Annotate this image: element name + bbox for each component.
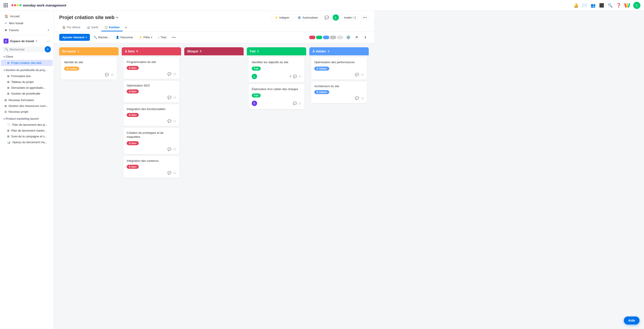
bell-icon[interactable]: 🔔 bbox=[574, 3, 578, 8]
comment-icon[interactable]: 💬 bbox=[168, 72, 171, 76]
new-item-button[interactable]: + bbox=[44, 46, 51, 52]
card-tag-a-valider[interactable]: À Valider bbox=[314, 90, 329, 94]
people-icon[interactable]: 👥 bbox=[591, 3, 596, 8]
tab-gantt[interactable]: 📊 Gantt bbox=[84, 24, 101, 32]
apps-icon[interactable]: ⬛ bbox=[599, 3, 604, 8]
sidebar-item-demandes[interactable]: ⊞ Demandes et approbatio... bbox=[1, 85, 53, 90]
sidebar-search[interactable]: 🔍 bbox=[3, 46, 43, 52]
top-nav: monday work management 🔔 ✉️ 👥 ⬛ 🔍 ❓ L bbox=[0, 0, 644, 11]
card-footer: E 💬 ⊟ bbox=[252, 101, 301, 106]
card-architecture-site: Architecture du site À Valider 💬 ⊟ bbox=[311, 81, 367, 103]
add-tab-button[interactable]: + bbox=[122, 24, 129, 31]
subtask-icon[interactable]: ⊟ bbox=[174, 72, 176, 76]
sidebar-item-suivi-campagne[interactable]: ⊞ Suivi de la campagne et s... bbox=[1, 134, 53, 139]
comment-icon[interactable]: 💬 bbox=[293, 75, 297, 78]
subtask-icon[interactable]: ⊟ bbox=[361, 73, 364, 76]
collapse-icon[interactable]: ⬆ bbox=[362, 34, 369, 41]
gantt-tab-icon: 📊 bbox=[86, 26, 90, 29]
tab-par-defaut[interactable]: 🏠 Par défaut bbox=[59, 24, 84, 32]
comment-icon[interactable]: 💬 bbox=[168, 148, 171, 151]
subtask-icon[interactable]: ⊟ bbox=[174, 171, 176, 174]
add-element-button[interactable]: Ajouter élément ▾ bbox=[59, 34, 90, 41]
more-toolbar-button[interactable] bbox=[170, 36, 177, 39]
settings-icon[interactable]: ⚙️ bbox=[345, 34, 352, 41]
card-tag-fait[interactable]: Fait bbox=[252, 94, 261, 98]
sidebar-item-tableau-projet[interactable]: ⊞ Tableau du projet bbox=[1, 79, 53, 85]
subtask-icon[interactable]: ⊟ bbox=[174, 148, 176, 151]
table-icon: ⊟ bbox=[4, 110, 7, 114]
card-tag-a-faire[interactable]: À faire bbox=[127, 141, 139, 145]
integrate-button[interactable]: ⚡ Intégrer bbox=[272, 14, 292, 21]
sidebar-item-plan-lancement-pr[interactable]: 📄 Plan de lancement des pr... bbox=[1, 122, 53, 128]
comment-icon[interactable]: 💬 bbox=[105, 73, 109, 76]
comment-icon[interactable]: 💬 bbox=[293, 102, 297, 105]
card-footer: 💬 ⊟ bbox=[314, 73, 364, 76]
subtask-icon[interactable]: ⊟ bbox=[298, 75, 301, 78]
comment-icon[interactable]: 💬 bbox=[168, 171, 171, 174]
sidebar-item-formulaire-test[interactable]: ⊞ Formulaire test bbox=[1, 73, 53, 79]
sidebar-item-projet-creation[interactable]: ⊞ Projet création site web bbox=[1, 60, 53, 66]
comment-icon[interactable]: 💬 bbox=[355, 96, 359, 100]
sort-icon: ↕ bbox=[158, 36, 160, 39]
card-tag-a-faire[interactable]: À faire bbox=[127, 90, 139, 94]
workspace-options-icon[interactable]: ⋯ bbox=[46, 39, 50, 43]
app-grid-icon[interactable] bbox=[4, 3, 8, 8]
sidebar-item-gestion-portefeuille[interactable]: ⊞ Gestion de portefeuille bbox=[1, 91, 53, 96]
comment-icon[interactable]: 💬 bbox=[355, 73, 359, 76]
card-tag-a-valider[interactable]: À Valider bbox=[314, 66, 329, 70]
sidebar-item-favoris[interactable]: ★ Favoris ▾ bbox=[1, 27, 53, 34]
subtask-icon[interactable]: ⊟ bbox=[298, 102, 301, 105]
sidebar-item-plan-lancement-ma[interactable]: ⊞ Plan de lancement marke... bbox=[1, 128, 53, 133]
color-filters bbox=[309, 36, 343, 39]
section-product-marketing[interactable]: ▾ Product marketing launch bbox=[0, 116, 54, 122]
comment-icon[interactable]: 💬 bbox=[168, 119, 171, 123]
tab-kanban[interactable]: 📋 Kanban bbox=[101, 24, 123, 32]
help-button[interactable]: Aide bbox=[624, 316, 640, 324]
title-dropdown-icon[interactable]: ▾ bbox=[116, 16, 118, 19]
sidebar-item-mon-travail[interactable]: ✓ Mon travail bbox=[1, 20, 53, 26]
automate-button[interactable]: ⚙️ Automatiser bbox=[294, 14, 321, 21]
comment-icon[interactable]: 💬 bbox=[168, 96, 171, 99]
subtask-icon[interactable]: ⊟ bbox=[174, 96, 176, 99]
card-tag-en-cours[interactable]: En cours bbox=[64, 66, 79, 70]
subtask-icon[interactable]: ⊟ bbox=[174, 119, 176, 123]
more-options-button[interactable] bbox=[361, 16, 369, 19]
sidebar-item-apercu-lancement[interactable]: 📊 Aperçu du lancement ma... bbox=[1, 140, 53, 145]
color-filter-pink[interactable] bbox=[309, 36, 316, 39]
card-tag-a-faire[interactable]: À faire bbox=[127, 66, 139, 70]
header-user-avatar: L bbox=[333, 14, 339, 20]
workspace-header[interactable]: E Espace de travail ▾ ⋯ bbox=[0, 37, 54, 45]
section-gestion[interactable]: ▾ Gestion du portefeuille de proj... bbox=[0, 67, 54, 73]
subtask-icon[interactable]: ⊟ bbox=[361, 96, 364, 100]
color-filter-gray[interactable] bbox=[330, 36, 336, 39]
color-filter-gray2[interactable] bbox=[337, 36, 343, 39]
subtask-icon[interactable]: ⊟ bbox=[111, 73, 114, 76]
user-avatar[interactable]: L bbox=[633, 2, 640, 9]
sidebar-item-accueil[interactable]: 🏠 Accueil bbox=[1, 13, 53, 20]
toolbar-right: ⚙️ 👁 ⬆ bbox=[309, 34, 369, 41]
view-options-icon[interactable]: 👁 bbox=[354, 34, 360, 41]
card-avatar-E: E bbox=[252, 101, 257, 106]
color-filter-green[interactable] bbox=[316, 36, 322, 39]
color-filter-blue[interactable] bbox=[323, 36, 329, 39]
search-tool-button[interactable]: 🔍 Recher... bbox=[91, 34, 112, 40]
inbox-icon[interactable]: ✉️ bbox=[582, 3, 587, 8]
invite-button[interactable]: Inviter / 1 bbox=[341, 14, 359, 21]
sidebar-item-nouveau-projet[interactable]: ⊟ Nouveau projet bbox=[1, 109, 53, 114]
search-icon[interactable]: 🔍 bbox=[608, 3, 612, 8]
sort-button[interactable]: ↕ Trier bbox=[156, 34, 169, 40]
project-name: Projet création site web bbox=[59, 14, 114, 20]
card-tag-a-faire[interactable]: À faire bbox=[127, 113, 139, 117]
sidebar-item-nouveau-formulaire[interactable]: ⊞ Nouveau formulaire bbox=[1, 97, 53, 103]
column-en-cours: En cours 1 Identité du site En cours 💬 ⊟ bbox=[59, 47, 118, 96]
chat-button[interactable]: 💬 bbox=[323, 14, 330, 21]
card-tag-a-faire[interactable]: À faire bbox=[127, 165, 139, 169]
help-icon[interactable]: ❓ bbox=[616, 3, 621, 8]
section-client[interactable]: ▾ Client bbox=[0, 54, 54, 60]
person-filter-button[interactable]: 👤 Personne bbox=[114, 34, 135, 40]
sidebar-item-gestion-ressources[interactable]: ⊞ Gestion des ressources num... bbox=[1, 103, 53, 109]
card-tag-fait[interactable]: Fait bbox=[252, 66, 261, 70]
filter-button[interactable]: ⚡ Filtre ▾ bbox=[136, 34, 154, 40]
column-fait: Fait 2 Identifier les objectifs du site … bbox=[247, 47, 306, 111]
sidebar-search-input[interactable] bbox=[10, 48, 41, 51]
